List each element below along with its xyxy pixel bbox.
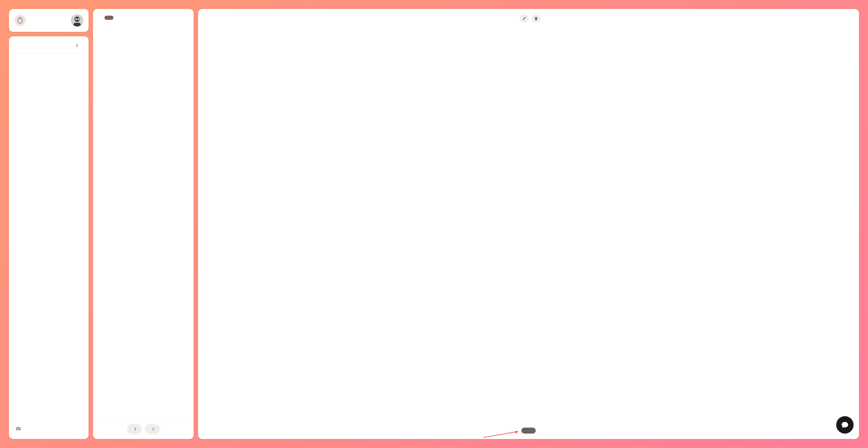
svg-marker-10: [515, 431, 518, 434]
change-theme-button[interactable]: [104, 16, 114, 20]
delete-file-button[interactable]: [531, 14, 540, 23]
user-avatar[interactable]: [71, 14, 83, 26]
updown-icon: ▲▼: [75, 43, 78, 47]
download-button[interactable]: ⇩: [145, 424, 160, 434]
app-logo[interactable]: [14, 15, 26, 26]
file-tree-panel: ⇧ ⇩: [93, 9, 194, 439]
edit-filename-button[interactable]: [520, 14, 529, 23]
upload-icon: ⇧: [133, 427, 137, 431]
svg-line-9: [484, 431, 518, 438]
upload-button[interactable]: ⇧: [127, 424, 142, 434]
divider: [16, 53, 82, 54]
svg-rect-8: [73, 23, 81, 26]
save-button[interactable]: [521, 427, 536, 434]
blog-selector[interactable]: ▲▼: [12, 39, 85, 51]
discord-link[interactable]: [9, 422, 89, 436]
sidebar-nav: ▲▼: [9, 36, 89, 439]
chat-fab[interactable]: [836, 416, 854, 434]
code-editor[interactable]: [198, 28, 859, 422]
discord-icon: [16, 427, 21, 432]
editor-panel: [198, 9, 859, 439]
arrow-annotation: [482, 430, 523, 439]
download-icon: ⇩: [152, 427, 155, 431]
